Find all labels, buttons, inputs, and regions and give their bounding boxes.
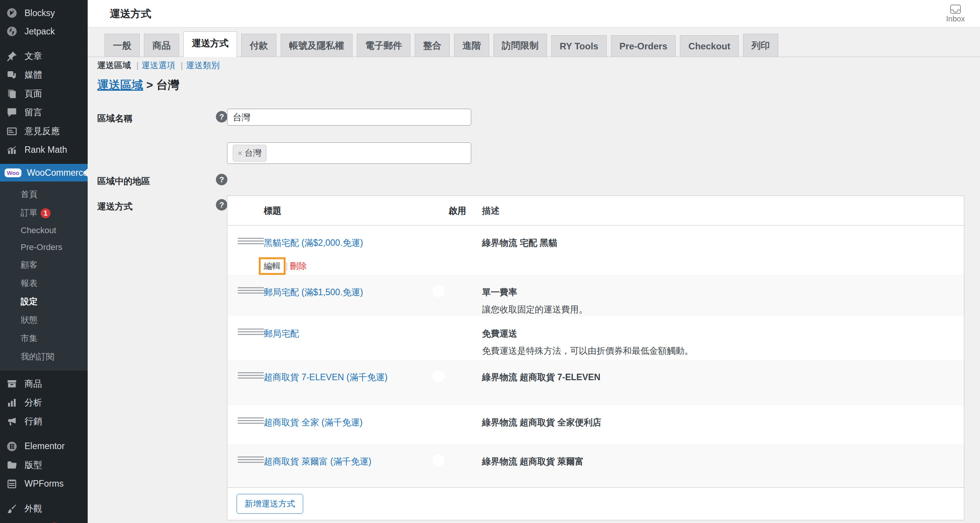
method-link[interactable]: 超商取貨 7-ELEVEN (滿千免運) [264,372,387,382]
method-description: 單一費率 [482,287,517,297]
tab-print[interactable]: 列印 [743,34,778,57]
shipping-methods-help-icon[interactable]: ? [216,199,227,211]
zone-name-input[interactable]: 台灣 [227,109,471,126]
method-link[interactable]: 郵局宅配 (滿$1,500.免運) [264,287,363,297]
tab-access-restriction[interactable]: 訪問限制 [493,34,547,57]
drag-handle-icon[interactable] [238,417,264,424]
tab-payments[interactable]: 付款 [241,34,276,57]
elementor-icon [6,441,18,452]
toggle-knob [433,370,444,382]
sidebar-item-templates[interactable]: 版型 [0,456,88,474]
sidebar-item-marketing[interactable]: 行銷 [0,412,88,431]
method-link[interactable]: 郵局宅配 [264,329,299,338]
submenu-item-home[interactable]: 首頁 [0,185,88,204]
method-link[interactable]: 超商取貨 全家 (滿千免運) [264,417,363,427]
tab-general[interactable]: 一般 [105,34,140,57]
tab-advanced[interactable]: 進階 [454,34,489,57]
sidebar-item-label: WooCommerce [27,168,88,178]
sidebar-item-comments[interactable]: 留言 [0,103,88,122]
sidebar-item-pages[interactable]: 頁面 [0,84,88,103]
sidebar-separator [0,493,88,499]
sidebar-item-label: 商品 [24,378,42,390]
submenu-item-reports[interactable]: 報表 [0,274,88,293]
sidebar-item-analytics[interactable]: 分析 [0,393,88,412]
subnav-shipping-classes-link[interactable]: 運送類別 [186,60,220,70]
breadcrumb: 運送區域 > 台灣 [97,77,179,93]
sidebar-item-appearance[interactable]: 外觀 [0,499,88,518]
delete-link[interactable]: 刪除 [290,261,307,271]
sidebar-item-label: 頁面 [24,88,42,100]
shipping-subnav: 運送區域 |運送選項 |運送類別 [97,60,220,71]
subnav-shipping-options-link[interactable]: 運送選項 [142,60,175,70]
drag-handle-icon[interactable] [238,287,264,294]
sidebar-item-feedback[interactable]: 意見反應 [0,122,88,141]
tab-products[interactable]: 商品 [144,34,179,57]
subnav-shipping-zones: 運送區域 [97,60,131,70]
add-shipping-method-button[interactable]: 新增運送方式 [237,494,303,514]
method-link[interactable]: 超商取貨 萊爾富 (滿千免運) [264,456,371,466]
tab-integration[interactable]: 整合 [415,34,450,57]
submenu-item-settings[interactable]: 設定 [0,293,88,311]
drag-handle-icon[interactable] [238,372,264,379]
toggle-knob [433,236,444,248]
sidebar-item-jetpack[interactable]: Jetpack [0,22,88,41]
tab-ry-tools[interactable]: RY Tools [551,35,607,57]
inbox-button[interactable]: Inbox [940,2,971,23]
method-link[interactable]: 黑貓宅配 (滿$2,000.免運) [264,238,363,248]
tab-checkout[interactable]: Checkout [680,35,738,57]
edit-link[interactable]: 編輯 [264,261,281,271]
method-description: 免費運送 [482,329,517,338]
sidebar-item-plugins[interactable]: 外掛 16 [0,518,88,523]
submenu-item-customers[interactable]: 顧客 [0,256,88,274]
sidebar-item-elementor[interactable]: Elementor [0,437,88,456]
submenu-item-status[interactable]: 狀態 [0,311,88,329]
zone-name-help-icon[interactable]: ? [216,111,227,123]
submenu-item-pre-orders[interactable]: Pre-Orders [0,239,88,256]
sidebar-tools-menu: Elementor 版型 WPForms [0,437,88,493]
tab-pre-orders[interactable]: Pre-Orders [611,35,676,57]
drag-handle-icon[interactable] [238,329,264,335]
submenu-item-marketplace[interactable]: 市集 [0,329,88,348]
page-title: 運送方式 [110,7,151,21]
sidebar-site-menu: 外觀 外掛 16 使用者 [0,499,88,523]
sidebar-item-rank-math[interactable]: Rank Math [0,141,88,159]
submenu-item-checkout[interactable]: Checkout [0,222,88,239]
main-area: 運送方式 Inbox 一般 商品 運送方式 付款 帳號及隱私權 電子郵件 整合 … [88,0,980,523]
analytics-icon [6,397,18,409]
toggle-knob [433,285,444,297]
sidebar-item-products[interactable]: 商品 [0,374,88,393]
method-description: 綠界物流 超商取貨 萊爾富 [482,456,584,466]
sidebar-item-media[interactable]: 媒體 [0,65,88,84]
sidebar-item-posts[interactable]: 文章 [0,47,88,65]
sidebar-item-label: WPForms [24,479,64,489]
zone-regions-input[interactable]: × 台灣 [227,142,471,164]
tab-shipping[interactable]: 運送方式 [183,31,237,57]
submenu-item-orders[interactable]: 訂單1 [0,204,88,222]
form-icon [6,478,18,490]
sidebar-item-blocksy[interactable]: Blocksy [0,4,88,22]
breadcrumb-separator: > [146,78,153,91]
sidebar-item-label: 行銷 [24,415,42,427]
row-actions: 編輯|刪除 [264,257,446,275]
breadcrumb-zones-link[interactable]: 運送區域 [97,78,143,91]
sidebar-item-label: Rank Math [24,145,67,155]
sidebar-item-wpforms[interactable]: WPForms [0,474,88,493]
method-description: 綠界物流 宅配 黑貓 [482,238,557,248]
sidebar-item-label: Elementor [24,441,65,451]
sidebar-item-label: 分析 [24,397,42,409]
submenu-item-my-subscriptions[interactable]: 我的訂閱 [0,348,88,366]
table-row: 郵局宅配 (滿$1,500.免運) 單一費率 讓您收取固定的運送費用。 [227,275,964,316]
drag-handle-icon[interactable] [238,456,264,463]
zone-regions-help-icon[interactable]: ? [216,174,227,185]
column-title: 標題 [264,205,446,217]
page-header: 運送方式 Inbox [88,0,980,28]
sidebar-item-label: 意見反應 [24,125,60,137]
tab-emails[interactable]: 電子郵件 [357,34,410,57]
table-header-row: 標題 啟用 描述 [227,196,964,226]
sidebar-item-woocommerce[interactable]: Woo WooCommerce [0,164,88,181]
remove-region-icon[interactable]: × [238,149,242,158]
drag-handle-icon[interactable] [238,238,264,244]
admin-sidebar: Blocksy Jetpack 文章 媒體 [0,0,88,523]
tab-accounts-privacy[interactable]: 帳號及隱私權 [281,34,353,57]
sidebar-core-menu: 文章 媒體 頁面 留言 [0,47,88,159]
